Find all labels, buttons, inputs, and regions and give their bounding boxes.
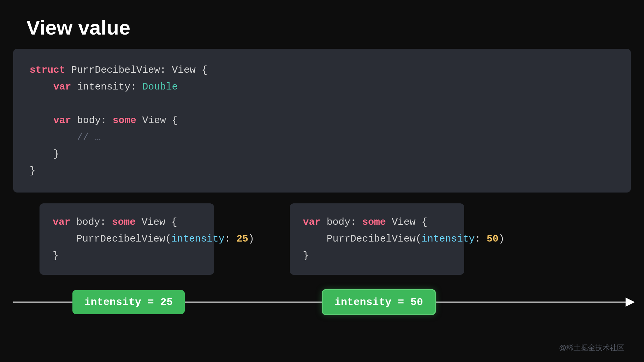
- timeline-container: intensity = 25 intensity = 50: [0, 286, 644, 319]
- left-code-pre: var body: some View { PurrDecibelView(in…: [53, 214, 201, 264]
- page-title: View value: [26, 16, 130, 39]
- code-block-right: var body: some View { PurrDecibelView(in…: [290, 203, 464, 275]
- intensity-badge-left: intensity = 25: [72, 290, 185, 314]
- right-code-pre: var body: some View { PurrDecibelView(in…: [303, 214, 451, 264]
- timeline-arrow: [626, 297, 635, 307]
- main-code-block: struct PurrDecibelView: View { var inten…: [13, 49, 631, 193]
- watermark: @稀土掘金技术社区: [559, 343, 624, 353]
- intensity-badge-right: intensity = 50: [323, 290, 435, 314]
- code-block-left: var body: some View { PurrDecibelView(in…: [40, 203, 214, 275]
- main-code-pre: struct PurrDecibelView: View { var inten…: [30, 62, 614, 179]
